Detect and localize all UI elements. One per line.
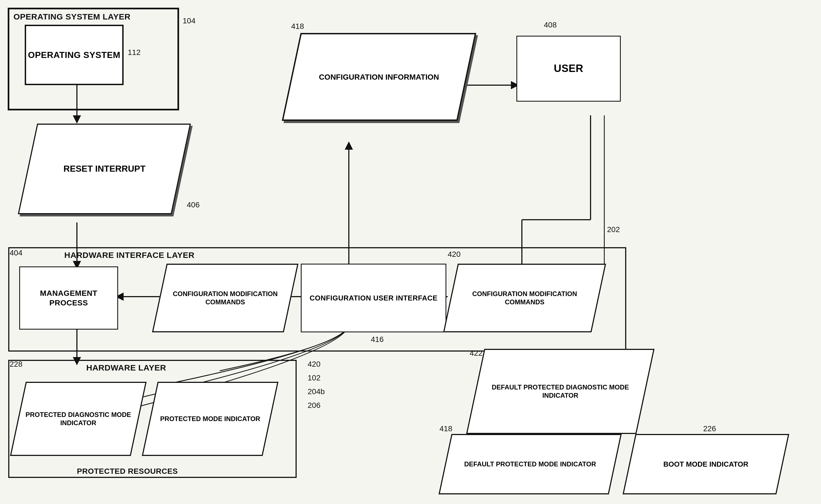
ref-406: 406: [187, 201, 200, 209]
ref-404: 404: [10, 249, 23, 257]
reset-interrupt-label: RESET INTERRUPT: [63, 163, 146, 175]
ref-418-top: 418: [291, 22, 304, 31]
os-layer-label: OPERATING SYSTEM LAYER: [13, 12, 130, 21]
ref-112: 112: [128, 48, 141, 57]
default-protected-mode-indicator: DEFAULT PROTECTED MODE INDICATOR: [439, 434, 622, 494]
ref-228: 228: [10, 360, 23, 369]
protected-resources-label: PROTECTED RESOURCES: [77, 467, 178, 476]
svg-marker-2: [73, 115, 81, 124]
os-box: OPERATING SYSTEM: [25, 25, 124, 85]
config-user-interface: CONFIGURATION USER INTERFACE: [301, 264, 446, 332]
ref-104: 104: [183, 16, 196, 25]
configuration-information: CONFIGURATION INFORMATION: [282, 33, 476, 121]
user-box: USER: [516, 36, 621, 102]
config-mod-commands-left: CONFIGURATION MODIFICATION COMMANDS: [152, 264, 298, 332]
ref-418-bot: 418: [439, 424, 452, 433]
ref-422: 422: [470, 349, 483, 358]
ref-206: 206: [308, 401, 321, 410]
ref-226: 226: [703, 424, 716, 433]
ref-420-bot: 420: [308, 360, 321, 369]
ref-420-mid: 420: [448, 250, 461, 259]
management-process: MANAGEMENT PROCESS: [19, 266, 118, 330]
ref-408: 408: [544, 21, 557, 29]
ref-202: 202: [607, 225, 620, 234]
reset-interrupt: RESET INTERRUPT: [18, 124, 191, 214]
boot-mode-indicator: BOOT MODE INDICATOR: [623, 434, 789, 494]
config-mod-commands-right: CONFIGURATION MODIFICATION COMMANDS: [443, 264, 606, 332]
hw-interface-label: HARDWARE INTERFACE LAYER: [64, 250, 194, 260]
default-protected-diag-indicator: DEFAULT PROTECTED DIAGNOSTIC MODE INDICA…: [466, 349, 655, 434]
hw-layer-label: HARDWARE LAYER: [86, 363, 166, 372]
protected-diagnostic-indicator: PROTECTED DIAGNOSTIC MODE INDICATOR: [10, 382, 146, 456]
protected-mode-indicator: PROTECTED MODE INDICATOR: [142, 382, 278, 456]
ref-204b: 204b: [308, 387, 325, 396]
ref-416: 416: [371, 335, 384, 344]
diagram: OPERATING SYSTEM LAYER OPERATING SYSTEM …: [0, 0, 821, 504]
ref-102: 102: [308, 374, 321, 382]
svg-marker-14: [345, 141, 353, 150]
